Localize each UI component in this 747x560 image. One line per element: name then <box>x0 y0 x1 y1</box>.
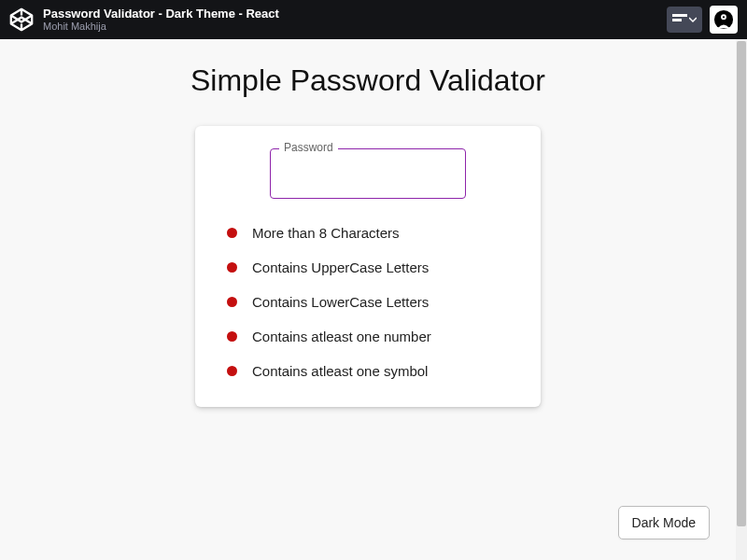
status-dot-icon <box>227 366 237 376</box>
rule-label: Contains LowerCase Letters <box>252 294 429 310</box>
rule-item: Contains LowerCase Letters <box>227 294 518 310</box>
topbar-left: Password Validator - Dark Theme - React … <box>9 7 279 34</box>
pen-title-block: Password Validator - Dark Theme - React … <box>43 7 279 34</box>
password-label: Password <box>279 141 338 154</box>
page-title: Simple Password Validator <box>0 39 736 126</box>
codepen-logo-icon[interactable] <box>9 7 34 32</box>
rule-item: Contains atleast one symbol <box>227 363 518 379</box>
rule-item: Contains atleast one number <box>227 329 518 344</box>
rule-label: Contains atleast one number <box>252 329 431 344</box>
pen-author[interactable]: Mohit Makhija <box>43 21 279 33</box>
rules-list: More than 8 Characters Contains UpperCas… <box>218 225 518 379</box>
status-dot-icon <box>227 262 237 273</box>
password-field-wrap: Password <box>270 148 466 199</box>
user-avatar-button[interactable] <box>710 6 738 34</box>
status-dot-icon <box>227 228 237 238</box>
scrollbar-thumb[interactable] <box>737 41 746 526</box>
dark-mode-button[interactable]: Dark Mode <box>618 506 710 539</box>
svg-point-4 <box>723 16 725 18</box>
view-layout-button[interactable] <box>667 7 702 33</box>
status-dot-icon <box>227 331 237 342</box>
rule-label: More than 8 Characters <box>252 225 400 241</box>
rule-item: More than 8 Characters <box>227 225 518 241</box>
content-area: Simple Password Validator Password More … <box>0 39 736 560</box>
svg-rect-1 <box>672 19 682 21</box>
validator-card: Password More than 8 Characters Contains… <box>195 126 541 407</box>
codepen-topbar: Password Validator - Dark Theme - React … <box>0 0 747 39</box>
rule-item: Contains UpperCase Letters <box>227 259 518 275</box>
rule-label: Contains UpperCase Letters <box>252 259 429 275</box>
svg-rect-0 <box>672 14 687 17</box>
rule-label: Contains atleast one symbol <box>252 363 428 379</box>
topbar-right <box>667 6 738 34</box>
vertical-scrollbar[interactable] <box>736 39 747 560</box>
password-input[interactable] <box>270 148 466 199</box>
pen-title: Password Validator - Dark Theme - React <box>43 7 279 21</box>
status-dot-icon <box>227 297 237 307</box>
